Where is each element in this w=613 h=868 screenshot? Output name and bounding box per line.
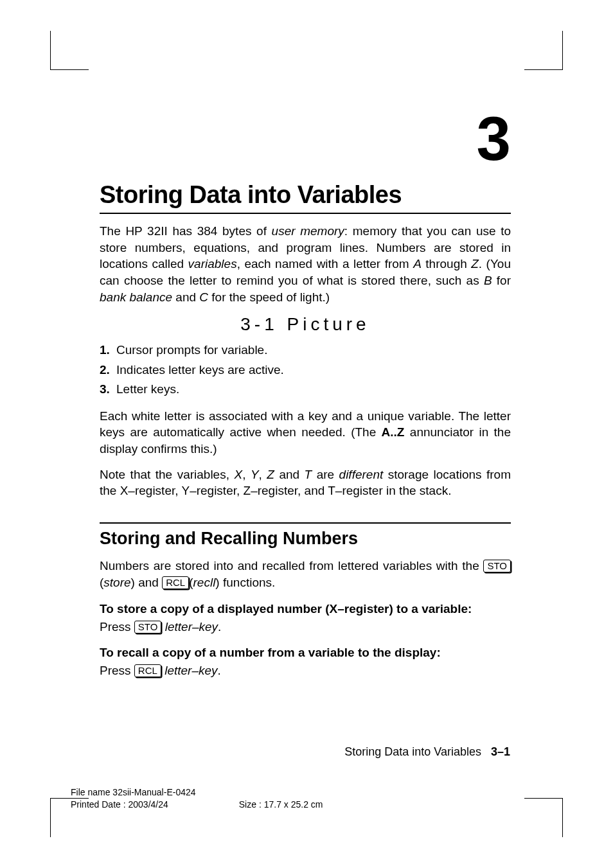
var-t: T (305, 468, 312, 481)
text: Note that the variables, (100, 468, 234, 481)
intro-variables: variables (188, 257, 237, 270)
intro-text: for (492, 274, 511, 287)
intro-text: , each named with a letter from (237, 257, 414, 270)
intro-text: for the speed of light.) (208, 290, 330, 304)
subhead-store: To store a copy of a displayed number (X… (100, 602, 511, 616)
footer-printed: Printed Date : 2003/4/24 (71, 799, 168, 810)
letter-key-arg: letter–key (165, 620, 218, 633)
numbered-list: 1.Cursor prompts for variable. 2.Indicat… (100, 341, 511, 399)
para-registers: Note that the variables, X, Y, Z and T a… (100, 466, 511, 499)
text: ) and (131, 576, 163, 589)
text: . (218, 664, 221, 677)
intro-Z: Z (471, 257, 479, 270)
var-z: Z (267, 468, 274, 481)
rcl-key-icon: RCL (134, 664, 161, 677)
store-word: store (103, 576, 130, 589)
intro-C: C (199, 290, 208, 304)
text: Press (100, 620, 134, 633)
intro-paragraph: The HP 32II has 384 bytes of user memory… (100, 223, 511, 305)
sto-key-icon: STO (483, 560, 511, 572)
list-num: 3. (100, 380, 116, 399)
footer-line2: Printed Date : 2003/4/24Size : 17.7 x 25… (71, 799, 323, 811)
list-text: Indicates letter keys are active. (116, 363, 284, 376)
text: , (242, 468, 251, 481)
var-x: X (234, 468, 242, 481)
var-y: Y (251, 468, 259, 481)
cropmark-br (524, 799, 563, 837)
section-intro: Numbers are stored into and recalled fro… (100, 558, 511, 590)
intro-text: and (172, 290, 199, 304)
letter-key-arg: letter–key (164, 664, 217, 677)
az-annunciator: A..Z (382, 425, 405, 439)
intro-text: through (422, 257, 471, 270)
list-item: 2.Indicates letter keys are active. (100, 361, 511, 380)
rcl-key-icon: RCL (162, 576, 189, 589)
chapter-number: 3 (100, 108, 511, 170)
footer-filename: File name 32sii-Manual-E-0424 (71, 786, 323, 799)
text: and (274, 468, 305, 481)
footer-meta: File name 32sii-Manual-E-0424 Printed Da… (71, 786, 323, 811)
text: , (259, 468, 267, 481)
sto-key-icon: STO (134, 621, 162, 633)
list-num: 1. (100, 341, 116, 360)
footer-right: Storing Data into Variables 3–1 (344, 745, 510, 759)
text: Press (100, 664, 134, 677)
section-heading: Storing and Recalling Numbers (100, 522, 511, 549)
list-text: Letter keys. (116, 382, 179, 396)
text: are (312, 468, 339, 481)
list-text: Cursor prompts for variable. (116, 343, 267, 357)
footer-size: Size : 17.7 x 25.2 cm (239, 799, 323, 811)
text: ) functions. (215, 576, 275, 589)
cropmark-tl (50, 31, 89, 69)
text: . (218, 620, 221, 633)
different: different (339, 468, 384, 481)
intro-user-memory: user memory (272, 224, 344, 238)
footer-page: 3–1 (491, 745, 510, 758)
intro-A: A (413, 257, 422, 270)
press-store: Press STO letter–key. (100, 620, 511, 634)
cropmark-tr (524, 31, 563, 69)
chapter-title: Storing Data into Variables (100, 181, 511, 214)
recll-word: recll (193, 576, 216, 589)
text: Numbers are stored into and recalled fro… (100, 559, 483, 572)
intro-text: The HP 32II has 384 bytes of (100, 224, 272, 238)
picture-placeholder: 3-1 Picture (100, 314, 511, 335)
intro-B: B (484, 274, 492, 287)
press-recall: Press RCL letter–key. (100, 664, 511, 678)
footer-title: Storing Data into Variables (344, 745, 481, 758)
list-item: 1.Cursor prompts for variable. (100, 341, 511, 360)
para-annunciator: Each white letter is associated with a k… (100, 408, 511, 457)
page-body: 3 Storing Data into Variables The HP 32I… (100, 108, 511, 687)
list-num: 2. (100, 361, 116, 380)
list-item: 3.Letter keys. (100, 380, 511, 399)
intro-bank-balance: bank balance (100, 290, 172, 304)
subhead-recall: To recall a copy of a number from a vari… (100, 646, 511, 660)
